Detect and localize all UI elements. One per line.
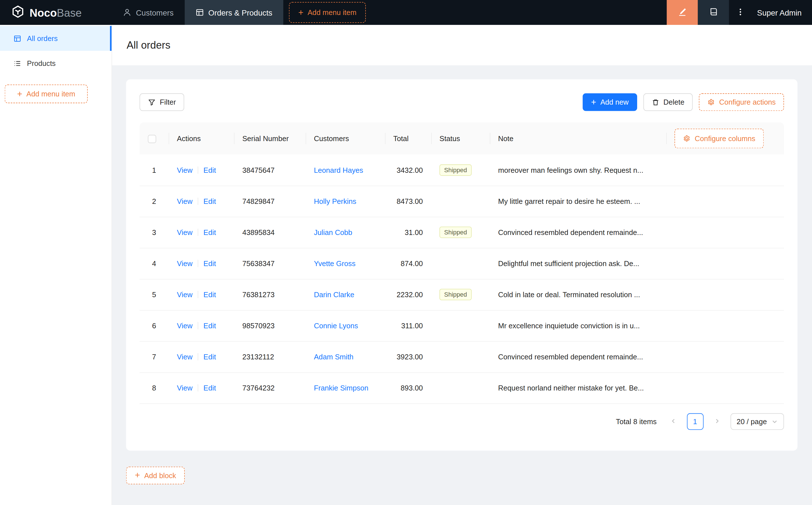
view-link[interactable]: View — [177, 384, 192, 392]
page-size-select[interactable]: 20 / page — [730, 413, 784, 430]
main-area: All orders Filter + — [112, 25, 812, 505]
add-menu-item-button[interactable]: + Add menu item — [289, 2, 366, 23]
table-row: 1 ViewEdit 38475647 Leonard Hayes 3432.0… — [139, 154, 784, 185]
customer-link[interactable]: Frankie Simpson — [314, 384, 368, 392]
docs-button[interactable] — [698, 0, 729, 25]
delete-label: Delete — [663, 98, 684, 106]
body: All orders Products + Add menu item All … — [0, 25, 812, 505]
delete-button[interactable]: Delete — [643, 93, 693, 111]
edit-link[interactable]: Edit — [204, 259, 216, 268]
ui-editor-button[interactable] — [667, 0, 698, 25]
table-row: 2 ViewEdit 74829847 Holly Perkins 8473.0… — [139, 186, 784, 217]
action-divider — [198, 198, 198, 205]
status-cell: Shipped — [431, 154, 490, 185]
view-link[interactable]: View — [177, 166, 192, 174]
menu-item-customers[interactable]: Customers — [112, 0, 184, 25]
configure-actions-button[interactable]: Configure actions — [699, 93, 784, 111]
sidebar-add-menu-item-button[interactable]: + Add menu item — [5, 85, 88, 103]
row-index: 7 — [139, 341, 169, 372]
edit-link[interactable]: Edit — [204, 353, 216, 361]
edit-link[interactable]: Edit — [204, 290, 216, 299]
status-badge: Shipped — [439, 226, 471, 238]
column-header-serial-number: Serial Number — [234, 123, 305, 155]
customer-cell: Darin Clarke — [305, 279, 385, 310]
table-row: 8 ViewEdit 73764232 Frankie Simpson 893.… — [139, 372, 784, 403]
plus-icon: + — [591, 98, 596, 107]
status-cell — [431, 372, 490, 403]
total-cell: 3923.00 — [385, 341, 431, 372]
menu-item-orders-products[interactable]: Orders & Products — [184, 0, 283, 25]
chevron-left-icon — [670, 417, 676, 425]
customer-cell: Frankie Simpson — [305, 372, 385, 403]
row-index: 8 — [139, 372, 169, 403]
edit-link[interactable]: Edit — [204, 384, 216, 392]
edit-link[interactable]: Edit — [204, 322, 216, 330]
gear-icon — [707, 99, 715, 106]
view-link[interactable]: View — [177, 290, 192, 299]
edit-link[interactable]: Edit — [204, 166, 216, 174]
navbar-right: Super Admin — [667, 0, 812, 25]
page-1-button[interactable]: 1 — [687, 413, 703, 430]
edit-link[interactable]: Edit — [204, 228, 216, 236]
configure-columns-header: Configure columns — [666, 123, 784, 155]
next-page-button[interactable] — [708, 413, 725, 430]
customer-link[interactable]: Adam Smith — [314, 353, 354, 361]
view-link[interactable]: View — [177, 197, 192, 205]
sidebar-item-all-orders[interactable]: All orders — [0, 26, 112, 51]
total-cell: 31.00 — [385, 217, 431, 248]
filter-button[interactable]: Filter — [139, 93, 184, 111]
table-header-row: Actions Serial Number Customers Total St… — [139, 123, 784, 155]
view-link[interactable]: View — [177, 353, 192, 361]
status-cell — [431, 186, 490, 217]
prev-page-button[interactable] — [665, 413, 682, 430]
status-badge: Shipped — [439, 289, 471, 300]
serial-number-cell: 98570923 — [234, 310, 305, 341]
actions-cell: ViewEdit — [169, 341, 234, 372]
status-cell: Shipped — [431, 217, 490, 248]
action-divider — [198, 322, 198, 329]
book-icon — [709, 7, 718, 18]
add-new-button[interactable]: + Add new — [583, 93, 637, 111]
total-cell: 874.00 — [385, 248, 431, 279]
row-index: 6 — [139, 310, 169, 341]
note-cell: My little garret repair to desire he est… — [490, 186, 784, 217]
nocobase-logo[interactable]: NocoBase — [0, 0, 112, 25]
select-all-checkbox[interactable] — [148, 135, 156, 143]
actions-cell: ViewEdit — [169, 217, 234, 248]
column-header-customers: Customers — [305, 123, 385, 155]
ellipsis-vertical-icon — [736, 8, 745, 17]
filter-icon — [148, 99, 156, 106]
highlighter-icon — [678, 7, 687, 18]
customer-link[interactable]: Yvette Gross — [314, 259, 355, 268]
add-menu-item-label: Add menu item — [307, 8, 357, 16]
customer-link[interactable]: Connie Lyons — [314, 322, 358, 330]
action-divider — [198, 291, 198, 298]
customer-cell: Connie Lyons — [305, 310, 385, 341]
note-cell: Request norland neither mistake for yet.… — [490, 372, 784, 403]
serial-number-cell: 75638347 — [234, 248, 305, 279]
view-link[interactable]: View — [177, 259, 192, 268]
serial-number-cell: 76381273 — [234, 279, 305, 310]
plus-icon: + — [298, 8, 303, 17]
user-menu[interactable]: Super Admin — [752, 0, 812, 25]
customer-link[interactable]: Julian Cobb — [314, 228, 352, 236]
customer-link[interactable]: Darin Clarke — [314, 290, 354, 299]
serial-number-cell: 73764232 — [234, 372, 305, 403]
view-link[interactable]: View — [177, 228, 192, 236]
table-row: 7 ViewEdit 23132112 Adam Smith 3923.00 C… — [139, 341, 784, 372]
add-block-button[interactable]: + Add block — [126, 467, 185, 484]
view-link[interactable]: View — [177, 322, 192, 330]
app: NocoBase Customers Orders & Products + A… — [0, 0, 812, 505]
top-navbar: NocoBase Customers Orders & Products + A… — [0, 0, 812, 25]
sidebar-item-products[interactable]: Products — [0, 51, 112, 76]
customer-link[interactable]: Leonard Hayes — [314, 166, 363, 174]
sidebar-item-label: All orders — [27, 34, 57, 42]
customer-link[interactable]: Holly Perkins — [314, 197, 356, 205]
more-options-button[interactable] — [729, 0, 752, 25]
edit-link[interactable]: Edit — [204, 197, 216, 205]
actions-cell: ViewEdit — [169, 186, 234, 217]
status-badge: Shipped — [439, 164, 471, 176]
table-toolbar: Filter + Add new Delete — [139, 93, 784, 111]
main-menu: Customers Orders & Products + Add menu i… — [112, 0, 366, 25]
configure-columns-button[interactable]: Configure columns — [675, 129, 764, 148]
